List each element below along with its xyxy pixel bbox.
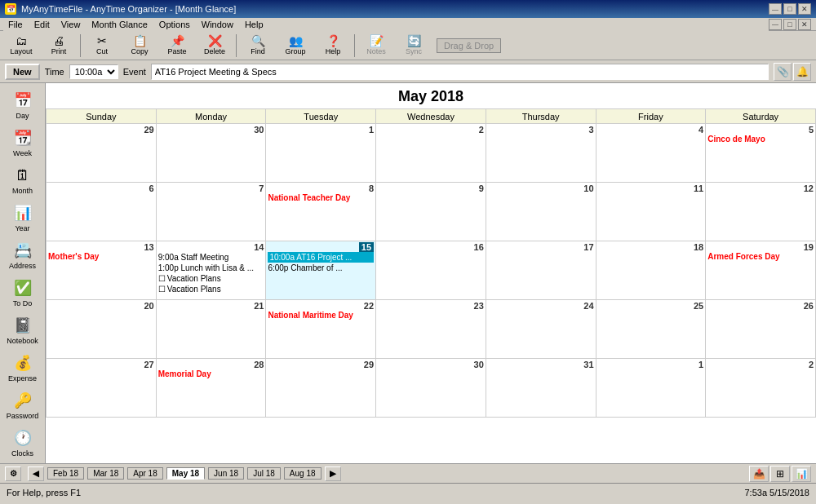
event-lunch[interactable]: 1:00p Lunch with Lisa & ...: [158, 263, 264, 273]
month-tab-jul18[interactable]: Jul 18: [247, 467, 281, 480]
day-jun2[interactable]: 2: [706, 359, 816, 418]
menu-month-glance[interactable]: Month Glance: [86, 18, 152, 31]
day-may7[interactable]: 7: [156, 183, 266, 241]
sidebar-item-address[interactable]: 📇 Address: [2, 237, 43, 272]
event-at16[interactable]: 10:00a AT16 Project ...: [268, 252, 374, 263]
month-tab-mar18[interactable]: Mar 18: [87, 467, 124, 480]
sidebar-item-week[interactable]: 📆 Week: [2, 124, 43, 160]
day-may18[interactable]: 18: [596, 241, 706, 300]
menu-edit[interactable]: Edit: [29, 18, 55, 31]
sub-close-btn[interactable]: ✕: [798, 19, 811, 30]
menu-options[interactable]: Options: [154, 18, 195, 31]
sidebar-item-month[interactable]: 🗓 Month: [2, 161, 43, 197]
month-tab-may18[interactable]: May 18: [166, 467, 205, 480]
national-maritime-day: National Maritime Day: [268, 311, 374, 320]
next-month-btn[interactable]: ▶: [325, 466, 341, 481]
day-may8[interactable]: 8 National Teacher Day: [266, 183, 376, 241]
export-icon-btn[interactable]: 📤: [749, 466, 769, 482]
cut-button[interactable]: ✂ Cut: [84, 33, 120, 58]
sidebar-item-expense[interactable]: 💰 Expense: [2, 349, 43, 385]
sidebar-item-day[interactable]: 📅 Day: [2, 86, 43, 122]
notes-button[interactable]: 📝 Notes: [358, 33, 394, 58]
event-chamber[interactable]: 6:00p Chamber of ...: [268, 263, 374, 273]
sidebar-item-notebook[interactable]: 📓 Notebook: [2, 312, 43, 347]
day-may15-today[interactable]: 15 10:00a AT16 Project ... 6:00p Chamber…: [266, 241, 376, 300]
day-apr29[interactable]: 29: [47, 124, 157, 183]
paste-button[interactable]: 📌 Paste: [159, 33, 195, 58]
sidebar-item-todo[interactable]: ✅ To Do: [2, 274, 43, 310]
day-may31[interactable]: 31: [486, 359, 596, 418]
restore-btn[interactable]: □: [783, 3, 796, 15]
event-vacation2[interactable]: Vacation Plans: [158, 284, 264, 294]
day-may4[interactable]: 4: [596, 124, 706, 183]
day-may17[interactable]: 17: [486, 241, 596, 300]
copy-button[interactable]: 📋 Copy: [122, 33, 157, 58]
day-may11[interactable]: 11: [596, 183, 706, 241]
month-tab-apr18[interactable]: Apr 18: [127, 467, 162, 480]
col-tuesday: Tuesday: [266, 109, 376, 124]
menu-view[interactable]: View: [56, 18, 86, 31]
menu-file[interactable]: File: [3, 18, 28, 31]
day-may21[interactable]: 21: [156, 300, 266, 359]
month-tab-aug18[interactable]: Aug 18: [284, 467, 322, 480]
day-may12[interactable]: 12: [706, 183, 816, 241]
day-may27[interactable]: 27: [47, 359, 157, 418]
day-may10[interactable]: 10: [486, 183, 596, 241]
month-tab-jun18[interactable]: Jun 18: [208, 467, 244, 480]
day-may3[interactable]: 3: [486, 124, 596, 183]
find-button[interactable]: 🔍 Find: [240, 33, 276, 58]
day-may26[interactable]: 26: [706, 300, 816, 359]
new-button[interactable]: New: [5, 64, 40, 80]
sidebar-item-password[interactable]: 🔑 Password: [2, 387, 43, 422]
settings-nav-btn[interactable]: ⚙: [5, 466, 21, 481]
day-may1[interactable]: 1: [266, 124, 376, 183]
sidebar-item-year[interactable]: 📊 Year: [2, 199, 43, 235]
cut-icon: ✂: [97, 35, 107, 46]
layout-label: Layout: [10, 47, 32, 55]
day-may9[interactable]: 9: [376, 183, 486, 241]
day-may23[interactable]: 23: [376, 300, 486, 359]
day-may20[interactable]: 20: [47, 300, 157, 359]
day-may29[interactable]: 29: [266, 359, 376, 418]
print-label: Print: [51, 47, 67, 55]
day-may5[interactable]: 5 Cinco de Mayo: [706, 124, 816, 183]
event-icon-2[interactable]: 🔔: [793, 63, 811, 81]
month-tab-feb18[interactable]: Feb 18: [47, 467, 84, 480]
layout-button[interactable]: 🗂 Layout: [3, 33, 39, 58]
event-icon-1[interactable]: 📎: [774, 63, 792, 81]
day-may13[interactable]: 13 Mother's Day: [47, 241, 157, 300]
sync-icon: 🔄: [407, 35, 421, 46]
day-jun1[interactable]: 1: [596, 359, 706, 418]
event-input[interactable]: [151, 64, 769, 80]
time-select[interactable]: 10:00a: [69, 64, 118, 79]
prev-month-btn[interactable]: ◀: [28, 466, 44, 481]
close-btn[interactable]: ✕: [798, 3, 811, 15]
sidebar-item-clocks[interactable]: 🕐 Clocks: [2, 424, 43, 460]
day-apr30[interactable]: 30: [156, 124, 266, 183]
chart-view-btn[interactable]: 📊: [792, 466, 811, 482]
event-vacation1[interactable]: Vacation Plans: [158, 273, 264, 284]
table-row: 20 21 22 National Maritime Day 23 24 25 …: [47, 300, 816, 359]
menu-window[interactable]: Window: [197, 18, 238, 31]
day-may14[interactable]: 14 9:00a Staff Meeting 1:00p Lunch with …: [156, 241, 266, 300]
print-button[interactable]: 🖨 Print: [41, 33, 77, 58]
day-may22[interactable]: 22 National Maritime Day: [266, 300, 376, 359]
sub-restore-btn[interactable]: □: [783, 19, 796, 30]
day-may25[interactable]: 25: [596, 300, 706, 359]
day-may2[interactable]: 2: [376, 124, 486, 183]
help-button[interactable]: ❓ Help: [315, 33, 351, 58]
day-may19[interactable]: 19 Armed Forces Day: [706, 241, 816, 300]
menu-help[interactable]: Help: [240, 18, 268, 31]
day-may16[interactable]: 16: [376, 241, 486, 300]
restore-down-btn[interactable]: —: [769, 3, 782, 15]
grid-view-btn[interactable]: ⊞: [770, 466, 790, 482]
delete-button[interactable]: ❌ Delete: [197, 33, 233, 58]
day-may30[interactable]: 30: [376, 359, 486, 418]
day-may6[interactable]: 6: [47, 183, 157, 241]
day-may24[interactable]: 24: [486, 300, 596, 359]
sync-button[interactable]: 🔄 Sync: [396, 33, 432, 58]
sub-minimize-btn[interactable]: —: [769, 19, 782, 30]
day-may28[interactable]: 28 Memorial Day: [156, 359, 266, 418]
event-staff-meeting[interactable]: 9:00a Staff Meeting: [158, 252, 264, 263]
group-button[interactable]: 👥 Group: [277, 33, 313, 58]
